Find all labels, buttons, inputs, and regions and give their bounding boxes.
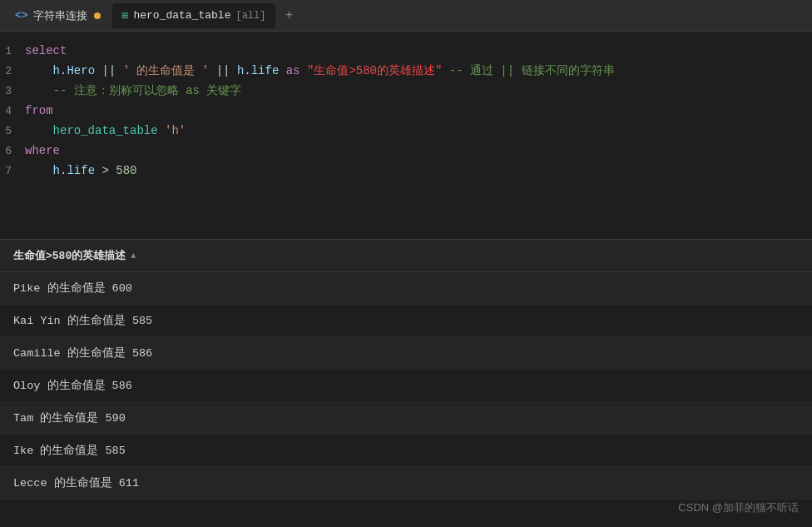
editor-area[interactable]: 1 select 2 h.Hero || ' 的生命值是 ' || h.life… — [0, 32, 812, 240]
results-area: 生命值>580的英雄描述 ▲ Pike 的生命值是 600 Kai Yin 的生… — [0, 240, 812, 527]
tab-table-label: hero_data_table — [133, 9, 230, 22]
line-content-2: h.Hero || ' 的生命值是 ' || h.life as "生命值>58… — [25, 62, 812, 80]
line-number-6: 6 — [0, 143, 25, 161]
tab-add-button[interactable]: + — [279, 6, 299, 26]
line-number-1: 1 — [0, 43, 25, 61]
result-row: Lecce 的生命值是 611 — [0, 467, 812, 500]
tab-code[interactable]: <> 字符串连接 — [7, 3, 109, 28]
tab-table[interactable]: ⊞ hero_data_table [all] — [112, 3, 276, 28]
result-row: Ike 的生命值是 585 — [0, 435, 812, 467]
result-row: Oloy 的生命值是 586 — [0, 370, 812, 402]
line-number-3: 3 — [0, 83, 25, 101]
line-content-3: -- 注意：别称可以忽略 as 关键字 — [25, 82, 812, 100]
tab-bar: <> 字符串连接 ⊞ hero_data_table [all] + — [0, 0, 812, 32]
line-content-4: from — [25, 102, 812, 120]
code-line-3: 3 -- 注意：别称可以忽略 as 关键字 — [0, 82, 812, 102]
sort-icon[interactable]: ▲ — [131, 251, 136, 261]
column-header: 生命值>580的英雄描述 ▲ — [13, 248, 136, 263]
code-line-7: 7 h.life > 580 — [0, 162, 812, 181]
table-icon: ⊞ — [122, 9, 129, 22]
line-number-2: 2 — [0, 63, 25, 81]
tab-modified-dot — [94, 12, 101, 19]
watermark: CSDN @加菲的猫不听话 — [678, 500, 799, 515]
result-row: Camille 的生命值是 586 — [0, 337, 812, 370]
result-row: Pike 的生命值是 600 — [0, 272, 812, 305]
code-line-5: 5 hero_data_table 'h' — [0, 122, 812, 142]
line-number-4: 4 — [0, 103, 25, 121]
code-line-2: 2 h.Hero || ' 的生命值是 ' || h.life as "生命值>… — [0, 62, 812, 82]
line-number-7: 7 — [0, 163, 25, 181]
tab-code-label: 字符串连接 — [33, 8, 87, 23]
code-icon: <> — [15, 9, 28, 22]
code-line-4: 4 from — [0, 102, 812, 122]
result-row: Tam 的生命值是 590 — [0, 402, 812, 435]
line-content-6: where — [25, 142, 812, 160]
line-content-1: select — [25, 42, 812, 60]
results-header[interactable]: 生命值>580的英雄描述 ▲ — [0, 240, 812, 272]
line-number-5: 5 — [0, 123, 25, 141]
code-line-1: 1 select — [0, 42, 812, 62]
line-content-7: h.life > 580 — [25, 162, 812, 180]
result-row: Kai Yin 的生命值是 585 — [0, 305, 812, 337]
code-line-6: 6 where — [0, 142, 812, 162]
tab-table-suffix: [all] — [235, 10, 265, 22]
column-header-text: 生命值>580的英雄描述 — [13, 248, 126, 263]
line-content-5: hero_data_table 'h' — [25, 122, 812, 140]
